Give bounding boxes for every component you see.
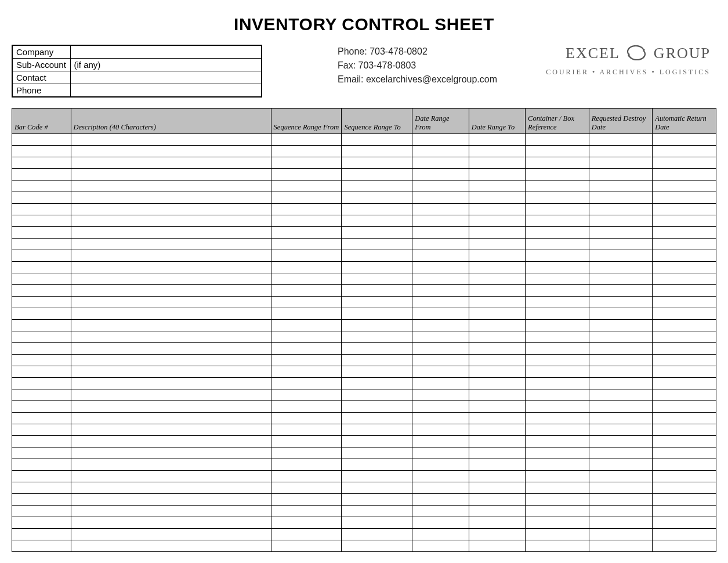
table-cell[interactable] xyxy=(589,482,653,494)
table-cell[interactable] xyxy=(589,204,653,215)
table-cell[interactable] xyxy=(342,227,412,239)
table-cell[interactable] xyxy=(589,471,653,482)
table-cell[interactable] xyxy=(12,529,71,540)
table-cell[interactable] xyxy=(271,459,342,471)
table-cell[interactable] xyxy=(12,459,71,471)
phone-value[interactable] xyxy=(70,84,262,98)
table-cell[interactable] xyxy=(526,378,589,389)
table-cell[interactable] xyxy=(12,343,71,355)
table-cell[interactable] xyxy=(271,273,342,285)
table-cell[interactable] xyxy=(526,447,589,459)
table-cell[interactable] xyxy=(12,134,71,146)
table-cell[interactable] xyxy=(589,134,653,146)
table-cell[interactable] xyxy=(271,471,342,482)
table-cell[interactable] xyxy=(653,436,716,447)
table-cell[interactable] xyxy=(412,227,469,239)
table-cell[interactable] xyxy=(653,320,716,331)
table-cell[interactable] xyxy=(12,239,71,250)
table-cell[interactable] xyxy=(271,343,342,355)
table-cell[interactable] xyxy=(71,157,271,169)
table-cell[interactable] xyxy=(653,192,716,204)
table-cell[interactable] xyxy=(526,517,589,529)
subaccount-value[interactable]: (if any) xyxy=(70,59,262,71)
table-cell[interactable] xyxy=(589,401,653,413)
table-cell[interactable] xyxy=(589,447,653,459)
table-cell[interactable] xyxy=(342,401,412,413)
table-cell[interactable] xyxy=(469,355,525,366)
table-cell[interactable] xyxy=(589,529,653,540)
table-cell[interactable] xyxy=(526,389,589,401)
table-cell[interactable] xyxy=(342,529,412,540)
table-cell[interactable] xyxy=(271,413,342,424)
table-cell[interactable] xyxy=(12,506,71,517)
table-cell[interactable] xyxy=(412,355,469,366)
table-cell[interactable] xyxy=(71,471,271,482)
table-cell[interactable] xyxy=(526,285,589,297)
table-cell[interactable] xyxy=(271,308,342,320)
table-cell[interactable] xyxy=(526,320,589,331)
table-cell[interactable] xyxy=(342,273,412,285)
table-cell[interactable] xyxy=(342,297,412,308)
table-cell[interactable] xyxy=(653,308,716,320)
table-cell[interactable] xyxy=(589,540,653,552)
table-cell[interactable] xyxy=(412,482,469,494)
table-cell[interactable] xyxy=(526,308,589,320)
table-cell[interactable] xyxy=(71,424,271,436)
table-cell[interactable] xyxy=(589,250,653,262)
table-cell[interactable] xyxy=(653,285,716,297)
table-cell[interactable] xyxy=(12,424,71,436)
table-cell[interactable] xyxy=(653,366,716,378)
table-cell[interactable] xyxy=(12,157,71,169)
table-cell[interactable] xyxy=(653,529,716,540)
table-cell[interactable] xyxy=(342,540,412,552)
table-cell[interactable] xyxy=(71,401,271,413)
table-cell[interactable] xyxy=(469,506,525,517)
table-cell[interactable] xyxy=(589,506,653,517)
table-cell[interactable] xyxy=(412,506,469,517)
table-cell[interactable] xyxy=(589,320,653,331)
table-cell[interactable] xyxy=(271,204,342,215)
table-cell[interactable] xyxy=(469,157,525,169)
table-cell[interactable] xyxy=(526,146,589,157)
contact-value[interactable] xyxy=(70,71,262,84)
table-cell[interactable] xyxy=(412,204,469,215)
table-cell[interactable] xyxy=(271,540,342,552)
table-cell[interactable] xyxy=(342,215,412,227)
table-cell[interactable] xyxy=(271,250,342,262)
table-cell[interactable] xyxy=(589,239,653,250)
table-cell[interactable] xyxy=(653,181,716,192)
table-cell[interactable] xyxy=(589,181,653,192)
table-cell[interactable] xyxy=(469,204,525,215)
table-cell[interactable] xyxy=(589,436,653,447)
table-cell[interactable] xyxy=(12,447,71,459)
table-cell[interactable] xyxy=(342,181,412,192)
table-cell[interactable] xyxy=(412,262,469,273)
table-cell[interactable] xyxy=(653,413,716,424)
table-cell[interactable] xyxy=(589,494,653,506)
table-cell[interactable] xyxy=(271,378,342,389)
table-cell[interactable] xyxy=(589,146,653,157)
table-cell[interactable] xyxy=(469,227,525,239)
table-cell[interactable] xyxy=(342,506,412,517)
table-cell[interactable] xyxy=(653,540,716,552)
table-cell[interactable] xyxy=(12,366,71,378)
table-cell[interactable] xyxy=(342,378,412,389)
table-cell[interactable] xyxy=(71,134,271,146)
table-cell[interactable] xyxy=(12,204,71,215)
table-cell[interactable] xyxy=(71,540,271,552)
table-cell[interactable] xyxy=(71,343,271,355)
table-cell[interactable] xyxy=(526,239,589,250)
table-cell[interactable] xyxy=(469,250,525,262)
table-cell[interactable] xyxy=(653,215,716,227)
table-cell[interactable] xyxy=(526,355,589,366)
table-cell[interactable] xyxy=(342,413,412,424)
table-cell[interactable] xyxy=(412,517,469,529)
table-cell[interactable] xyxy=(469,146,525,157)
table-cell[interactable] xyxy=(653,401,716,413)
table-cell[interactable] xyxy=(271,529,342,540)
table-cell[interactable] xyxy=(271,297,342,308)
table-cell[interactable] xyxy=(342,331,412,343)
table-cell[interactable] xyxy=(412,297,469,308)
table-cell[interactable] xyxy=(526,227,589,239)
table-cell[interactable] xyxy=(271,134,342,146)
